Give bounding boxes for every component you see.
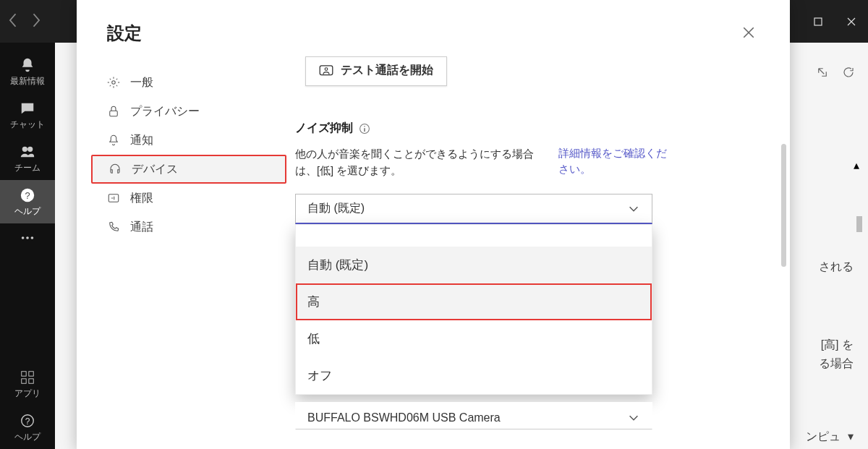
svg-rect-7 [29, 371, 33, 375]
nav-item-privacy[interactable]: プライバシー [91, 97, 286, 126]
phone-icon [107, 221, 120, 234]
noise-suppression-dropdown: 自動 (既定) 高 低 オフ [295, 224, 652, 395]
svg-rect-14 [109, 194, 119, 202]
rail-item-label: 最新情報 [10, 76, 45, 87]
svg-point-16 [325, 67, 328, 70]
svg-text:?: ? [25, 189, 30, 200]
rail-item-label: ヘルプ [14, 432, 41, 442]
rail-item-help[interactable]: ? ヘルプ [0, 406, 55, 449]
nav-item-notifications[interactable]: 通知 [91, 126, 286, 155]
rail-item-chat[interactable]: チャット [0, 93, 55, 137]
svg-text:?: ? [25, 416, 30, 426]
settings-side-nav: 一般 プライバシー 通知 デバイス 権限 通話 [91, 46, 286, 449]
help-icon: ? [20, 187, 35, 203]
background-text-fragment: される [819, 260, 854, 275]
select-value: 自動 (既定) [307, 201, 365, 216]
svg-point-18 [364, 126, 365, 127]
scroll-up-arrow[interactable]: ▴ [854, 158, 861, 166]
option-low[interactable]: 低 [296, 320, 652, 357]
nav-item-label: 一般 [130, 75, 153, 90]
history-back-button[interactable] [9, 13, 19, 27]
noise-suppression-select[interactable]: 自動 (既定) [295, 194, 652, 224]
background-text-fragment: ンピュ ▾ [806, 429, 854, 445]
nav-item-label: プライバシー [130, 104, 200, 119]
people-icon [20, 144, 35, 160]
inner-scrollbar-thumb[interactable] [856, 216, 862, 232]
camera-select[interactable]: BUFFALO BSWHD06M USB Camera [295, 402, 652, 429]
chevron-down-icon[interactable]: ▾ [848, 430, 854, 442]
nav-item-label: 権限 [130, 191, 153, 206]
settings-title: 設定 [107, 22, 142, 45]
learn-more-link[interactable]: 詳細情報をご確認ください。 [558, 146, 667, 178]
chevron-down-icon [627, 202, 640, 215]
chevron-down-icon [627, 411, 640, 424]
apps-icon [20, 369, 35, 385]
info-icon[interactable] [359, 123, 370, 134]
rail-item-label: チャット [10, 119, 45, 130]
test-call-button[interactable]: テスト通話を開始 [305, 56, 447, 86]
rail-item-label: チーム [14, 163, 41, 174]
svg-rect-6 [22, 371, 26, 375]
rail-item-label: ヘルプ [14, 206, 41, 217]
svg-point-4 [26, 236, 29, 239]
svg-point-3 [22, 236, 25, 239]
svg-rect-19 [364, 128, 365, 132]
rail-item-teams[interactable]: チーム [0, 137, 55, 180]
nav-item-label: 通話 [130, 220, 153, 235]
nav-item-permissions[interactable]: 権限 [91, 184, 286, 213]
dropdown-spacer [296, 225, 652, 247]
rail-item-help-active[interactable]: ? ヘルプ [0, 180, 55, 223]
nav-item-calls[interactable]: 通話 [91, 213, 286, 241]
lock-icon [107, 105, 120, 118]
nav-item-label: 通知 [130, 133, 153, 148]
test-call-label: テスト通話を開始 [341, 63, 433, 78]
settings-content: テスト通話を開始 ノイズ抑制 他の人が音楽を聞くことができるようにする場合は、[… [286, 46, 790, 449]
settings-modal: 設定 一般 プライバシー 通知 デバイス [77, 0, 790, 449]
bell-icon [20, 57, 35, 73]
more-icon [20, 230, 35, 246]
rail-item-activity[interactable]: 最新情報 [0, 50, 55, 93]
noise-suppression-title: ノイズ抑制 [295, 121, 732, 136]
option-auto[interactable]: 自動 (既定) [296, 247, 652, 283]
rail-item-label: アプリ [14, 388, 41, 399]
window-maximize-button[interactable] [801, 0, 835, 43]
app-left-rail: 最新情報 チャット チーム ? ヘルプ アプリ ? ヘルプ [0, 43, 55, 449]
rail-item-apps[interactable]: アプリ [0, 362, 55, 406]
refresh-icon[interactable] [842, 66, 855, 82]
history-forward-button[interactable] [30, 13, 41, 27]
svg-point-12 [112, 81, 116, 85]
help-outline-icon: ? [20, 413, 35, 429]
rail-item-more[interactable] [0, 223, 55, 252]
nav-item-general[interactable]: 一般 [91, 68, 286, 97]
popout-icon[interactable] [816, 66, 829, 82]
nav-item-label: デバイス [132, 162, 178, 177]
svg-rect-13 [110, 111, 118, 116]
select-value: BUFFALO BSWHD06M USB Camera [307, 411, 501, 424]
option-high[interactable]: 高 [296, 283, 652, 320]
svg-rect-9 [29, 378, 33, 382]
window-close-button[interactable] [835, 0, 868, 43]
svg-rect-0 [814, 18, 822, 25]
nav-item-devices[interactable]: デバイス [91, 155, 286, 184]
close-icon [742, 26, 755, 39]
chat-icon [20, 101, 35, 116]
content-scrollbar-thumb[interactable] [781, 144, 786, 267]
video-person-icon [319, 65, 333, 77]
permission-icon [107, 192, 120, 205]
bell-icon [107, 134, 120, 147]
headset-icon [109, 163, 122, 176]
gear-icon [107, 76, 120, 89]
close-button[interactable] [738, 22, 760, 46]
svg-point-5 [31, 236, 34, 239]
noise-description: 他の人が音楽を聞くことができるようにする場合は、[低] を選びます。 [295, 146, 541, 179]
background-text-fragment: [高] を る場合 [819, 335, 854, 372]
option-off[interactable]: オフ [296, 357, 652, 394]
svg-rect-8 [22, 378, 26, 382]
